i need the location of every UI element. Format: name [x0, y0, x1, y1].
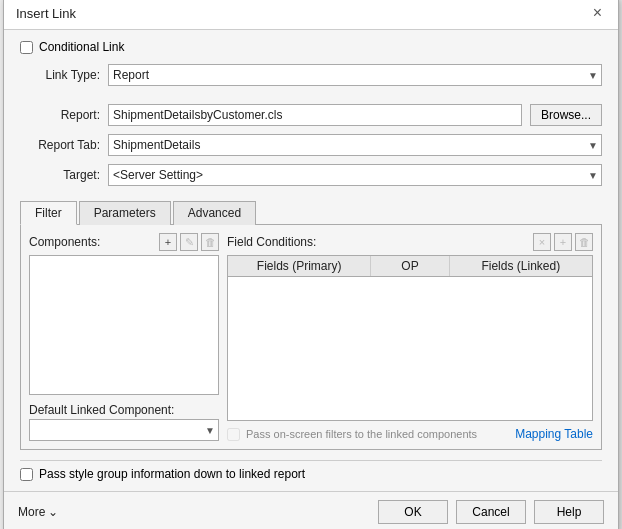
insert-link-dialog: Insert Link × Conditional Link Link Type… — [3, 0, 619, 529]
link-type-dropdown-wrapper: Report URL Bookmark None ▼ — [108, 64, 602, 86]
default-linked-dropdown-wrapper: ▼ — [29, 419, 219, 441]
target-row: Target: <Server Setting> _blank _self ▼ — [20, 164, 602, 186]
components-header: Components: + ✎ 🗑 — [29, 233, 219, 251]
tabs-container: Filter Parameters Advanced Components: +… — [20, 200, 602, 450]
mapping-table-link[interactable]: Mapping Table — [515, 427, 593, 441]
link-type-select[interactable]: Report URL Bookmark None — [108, 64, 602, 86]
more-chevron-icon: ⌄ — [48, 505, 58, 519]
filter-layout: Components: + ✎ 🗑 Default Linked Compone… — [29, 233, 593, 441]
conditions-header: Field Conditions: × + 🗑 — [227, 233, 593, 251]
col-linked: Fields (Linked) — [450, 256, 592, 276]
tab-advanced[interactable]: Advanced — [173, 201, 256, 225]
components-icon-btns: + ✎ 🗑 — [159, 233, 219, 251]
tab-filter[interactable]: Filter — [20, 201, 77, 225]
default-linked-section: Default Linked Component: ▼ — [29, 403, 219, 441]
conditional-link-row: Conditional Link — [20, 40, 602, 54]
pass-filters-checkbox[interactable] — [227, 428, 240, 441]
report-tab-row: Report Tab: ShipmentDetails ▼ — [20, 134, 602, 156]
browse-button[interactable]: Browse... — [530, 104, 602, 126]
conditional-link-checkbox[interactable] — [20, 41, 33, 54]
conditions-table-header: Fields (Primary) OP Fields (Linked) — [228, 256, 592, 277]
default-linked-label: Default Linked Component: — [29, 403, 219, 417]
default-linked-select[interactable] — [29, 419, 219, 441]
col-primary: Fields (Primary) — [228, 256, 371, 276]
components-edit-button[interactable]: ✎ — [180, 233, 198, 251]
title-bar: Insert Link × — [4, 0, 618, 30]
conditions-add-button[interactable]: + — [554, 233, 572, 251]
tab-parameters[interactable]: Parameters — [79, 201, 171, 225]
report-tab-select[interactable]: ShipmentDetails — [108, 134, 602, 156]
conditions-close-button[interactable]: × — [533, 233, 551, 251]
dialog-footer: More ⌄ OK Cancel Help — [4, 491, 618, 529]
components-panel: Components: + ✎ 🗑 Default Linked Compone… — [29, 233, 219, 441]
components-add-button[interactable]: + — [159, 233, 177, 251]
dialog-body: Conditional Link Link Type: Report URL B… — [4, 30, 618, 491]
pass-style-label: Pass style group information down to lin… — [39, 467, 305, 481]
conditions-table: Fields (Primary) OP Fields (Linked) — [227, 255, 593, 421]
conditions-icon-btns: × + 🗑 — [533, 233, 593, 251]
ok-button[interactable]: OK — [378, 500, 448, 524]
help-button[interactable]: Help — [534, 500, 604, 524]
close-button[interactable]: × — [589, 5, 606, 21]
report-input[interactable] — [108, 104, 522, 126]
target-dropdown-wrapper: <Server Setting> _blank _self ▼ — [108, 164, 602, 186]
link-type-label: Link Type: — [20, 68, 100, 82]
footer-right: OK Cancel Help — [378, 500, 604, 524]
target-label: Target: — [20, 168, 100, 182]
pass-style-row: Pass style group information down to lin… — [20, 460, 602, 481]
report-tab-label: Report Tab: — [20, 138, 100, 152]
cancel-button[interactable]: Cancel — [456, 500, 526, 524]
tab-content-filter: Components: + ✎ 🗑 Default Linked Compone… — [20, 225, 602, 450]
dialog-title: Insert Link — [16, 6, 76, 21]
more-button[interactable]: More ⌄ — [18, 505, 58, 519]
report-label: Report: — [20, 108, 100, 122]
pass-style-checkbox[interactable] — [20, 468, 33, 481]
conditions-label: Field Conditions: — [227, 235, 316, 249]
components-delete-button[interactable]: 🗑 — [201, 233, 219, 251]
report-row: Report: Browse... — [20, 104, 602, 126]
conditions-panel: Field Conditions: × + 🗑 Fields (Primary)… — [227, 233, 593, 441]
components-list — [29, 255, 219, 395]
conditional-link-label: Conditional Link — [39, 40, 124, 54]
link-type-row: Link Type: Report URL Bookmark None ▼ — [20, 64, 602, 86]
target-select[interactable]: <Server Setting> _blank _self — [108, 164, 602, 186]
col-op: OP — [371, 256, 449, 276]
pass-filters-row: Pass on-screen filters to the linked com… — [227, 427, 593, 441]
conditions-delete-button[interactable]: 🗑 — [575, 233, 593, 251]
pass-filters-label: Pass on-screen filters to the linked com… — [246, 428, 477, 440]
report-tab-dropdown-wrapper: ShipmentDetails ▼ — [108, 134, 602, 156]
more-label: More — [18, 505, 45, 519]
tab-headers: Filter Parameters Advanced — [20, 200, 602, 225]
components-label: Components: — [29, 235, 100, 249]
